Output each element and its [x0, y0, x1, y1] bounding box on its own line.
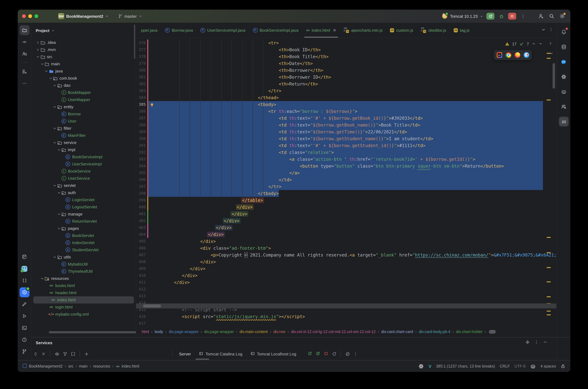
tree-item-utils[interactable]: utils — [31, 254, 136, 260]
chevron-down-icon[interactable] — [48, 76, 53, 80]
tree-item-servlet[interactable]: servlet — [31, 182, 136, 189]
code-line-400[interactable]: 400</div> — [136, 204, 556, 211]
code-line-412[interactable]: 412 — [136, 286, 556, 292]
safari-browser-icon[interactable] — [524, 52, 529, 58]
tree-item-main[interactable]: main — [31, 60, 136, 67]
breadcrumb-item[interactable]: div.col-xl-12.col-lg-12.col-md-12.col-sm… — [291, 329, 376, 334]
tree-item-com.book[interactable]: com.book — [31, 75, 136, 82]
openai-plugin-icon[interactable] — [559, 72, 569, 82]
deploy-icon[interactable] — [344, 350, 352, 358]
codegpt-icon[interactable] — [559, 87, 569, 97]
services-scroll-thumb[interactable] — [196, 358, 209, 360]
terminal-icon[interactable] — [19, 323, 29, 333]
branch-widget[interactable]: master — [116, 13, 145, 20]
tab-custom.js[interactable]: JScustom.js — [386, 23, 417, 38]
code-line-381[interactable]: 381<th>Borrower ID</th> — [136, 74, 556, 81]
locate-icon[interactable] — [525, 340, 530, 346]
tree-item-login.html[interactable]: <>login.html — [31, 303, 136, 311]
tree-item-index.html[interactable]: <>index.html — [33, 296, 134, 303]
breadcrumb-item[interactable]: div.chart-holder — [456, 329, 482, 334]
code-line-390[interactable]: 390<td th:text="${borrow.getStudent_name… — [136, 135, 556, 142]
code-line-409[interactable]: 409</div> — [136, 265, 556, 272]
tree-item-resources[interactable]: resources — [31, 275, 136, 282]
code-line-407[interactable]: 407<p>Copyright © 2021.Company name All … — [136, 252, 556, 259]
tree-item-header.html[interactable]: <>header.html — [31, 289, 136, 296]
chevron-down-icon[interactable] — [53, 105, 57, 109]
breadcrumb-item[interactable]: div.row — [273, 329, 285, 334]
build-icon[interactable] — [19, 299, 29, 309]
filter-icon[interactable] — [61, 350, 69, 358]
services-tab-Server[interactable]: Server — [175, 348, 195, 360]
ai-assistant-icon[interactable] — [530, 363, 536, 369]
tree-item-ReturnServlet[interactable]: CReturnServlet — [31, 218, 136, 225]
intention-bulb-icon[interactable] — [150, 102, 154, 109]
search-everywhere-icon[interactable] — [548, 12, 555, 20]
chrome-browser-icon[interactable] — [505, 52, 511, 58]
chevron-down-icon[interactable] — [53, 141, 57, 144]
tree-item-User[interactable]: CUser — [31, 118, 136, 125]
tab-Borrow.java[interactable]: CBorrow.java — [161, 23, 197, 38]
maximize-window-button[interactable] — [34, 14, 38, 18]
openai-status-icon[interactable] — [418, 363, 424, 369]
code-line-391[interactable]: 391<td th:text="'#' + ${borrow.getStuden… — [136, 142, 556, 149]
close-tab-icon[interactable]: ✕ — [333, 28, 336, 32]
breadcrumb-item[interactable]: div.page-wrapper — [169, 329, 198, 334]
hidden-tabs-chevron-icon[interactable] — [541, 27, 546, 33]
chevron-down-icon[interactable] — [40, 62, 44, 66]
breadcrumb-item[interactable]: body — [155, 329, 163, 334]
chevron-down-icon[interactable] — [57, 212, 61, 216]
stop-button[interactable] — [508, 13, 516, 20]
code-line-397[interactable]: 397</tr> — [136, 183, 556, 190]
tree-item-src[interactable]: src — [31, 53, 136, 60]
editor-horizontal-scrollbar[interactable] — [143, 304, 161, 308]
code-line-399[interactable]: 399</table> — [136, 197, 556, 204]
code-line-382[interactable]: 382<th>Return</th> — [136, 81, 556, 87]
path-segment[interactable]: resources — [93, 364, 110, 368]
material-theme-icon[interactable]: m — [559, 117, 569, 127]
breadcrumb-item[interactable]: html — [142, 329, 149, 334]
rerun-server-icon[interactable] — [306, 350, 314, 358]
pull-requests-icon[interactable]: ? — [19, 49, 29, 59]
tree-item-BookServlet[interactable]: CBookServlet — [31, 232, 136, 239]
code-line-394[interactable]: 394<button type="button" class="btn btn-… — [136, 163, 556, 169]
run-configuration[interactable]: Tomcat 10.1.23 — [442, 13, 483, 19]
next-problem-chevron-icon[interactable] — [539, 42, 543, 47]
code-line-380[interactable]: 380<th>Borrower</th> — [136, 67, 556, 74]
line-separator[interactable]: CRLF — [500, 364, 510, 368]
run-icon[interactable] — [19, 311, 29, 321]
expand-collapse-icon[interactable] — [31, 350, 39, 358]
tree-item-.mvn[interactable]: .mvn — [31, 46, 136, 53]
tree-horizontal-scrollbar[interactable] — [49, 331, 136, 333]
problems-icon[interactable] — [19, 335, 29, 345]
tree-item-Borrow[interactable]: CBorrow — [31, 110, 136, 118]
stop-server-icon[interactable] — [322, 350, 330, 358]
code-with-me-icon[interactable] — [537, 12, 545, 20]
project-widget[interactable]: BM BookManagement2 — [56, 12, 111, 21]
window-controls[interactable] — [22, 14, 38, 18]
tree-item-impl[interactable]: impl — [31, 146, 136, 153]
code-line-413[interactable]: 413 — [136, 292, 556, 299]
tab-BookServiceImpl.java[interactable]: CBookServiceImpl.java — [249, 23, 302, 38]
chevron-right-icon[interactable] — [36, 48, 40, 51]
code-line-385[interactable]: 385<tbody> — [136, 101, 556, 108]
css-tool-icon[interactable] — [19, 276, 29, 286]
path-segment[interactable]: BookManagement2 — [29, 364, 63, 368]
chevron-down-icon[interactable] — [53, 127, 57, 130]
code-line-393[interactable]: 393<a class="action-btn " th:href="'retu… — [136, 156, 556, 163]
rerun-button[interactable] — [486, 13, 495, 20]
hide-panel-icon[interactable] — [543, 340, 547, 346]
tree-item-BookService[interactable]: IBookService — [31, 168, 136, 175]
more-actions-kebab-icon[interactable] — [519, 12, 527, 20]
v-plugin-icon[interactable]: V — [429, 364, 432, 369]
code-line-408[interactable]: 408</div> — [136, 259, 556, 265]
code-line-411[interactable]: 411</div> — [136, 279, 556, 286]
firefox-browser-icon[interactable] — [515, 52, 520, 58]
tree-item-BookMapper[interactable]: IBookMapper — [31, 89, 136, 96]
code-line-396[interactable]: 396</td> — [136, 176, 556, 183]
code-line-402[interactable]: 402</div> — [136, 217, 556, 224]
version-control-icon[interactable] — [19, 346, 29, 356]
more-tool-windows-icon[interactable] — [19, 78, 29, 88]
code-line-405[interactable]: 405</div> — [136, 238, 556, 245]
chevron-down-icon[interactable] — [40, 277, 44, 280]
path-segment[interactable]: index.html — [121, 364, 139, 368]
